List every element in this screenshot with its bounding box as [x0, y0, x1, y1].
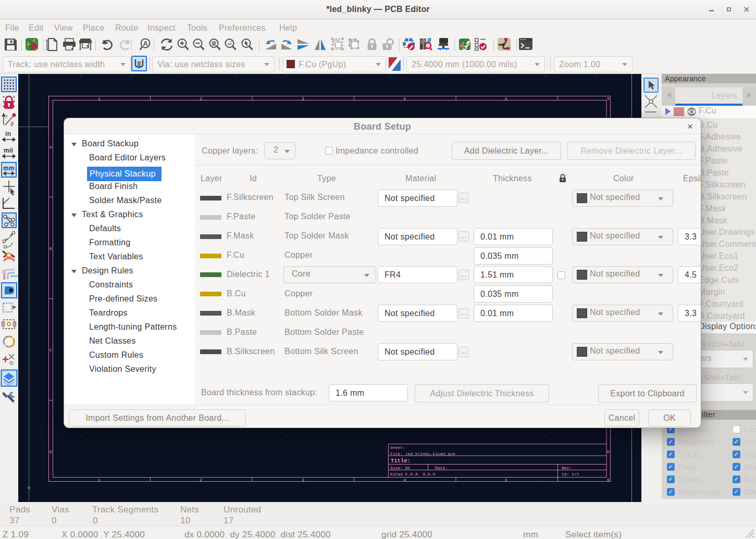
svg-text:θ: θ [10, 121, 14, 127]
svg-text:5: 5 [505, 478, 507, 482]
svg-text:D: D [607, 449, 610, 454]
svg-text:Date:: Date: [435, 466, 448, 470]
svg-text:in: in [5, 130, 11, 137]
svg-text:2: 2 [200, 478, 202, 482]
svg-text:C: C [49, 348, 52, 353]
svg-text:KiCad E.D.A. 8.0.0: KiCad E.D.A. 8.0.0 [390, 472, 436, 477]
svg-text:6: 6 [607, 96, 610, 101]
svg-text:D: D [49, 449, 52, 454]
svg-text:Title:: Title: [391, 458, 411, 464]
svg-text:mil: mil [4, 147, 13, 154]
svg-text:Sheet:: Sheet: [390, 446, 405, 450]
svg-text:1: 1 [98, 478, 101, 482]
svg-text:4: 4 [403, 478, 406, 482]
svg-text:Id: 1/1: Id: 1/1 [562, 472, 579, 477]
svg-text:Rev:: Rev: [562, 466, 572, 470]
svg-text:3: 3 [302, 96, 304, 101]
svg-text:File: led_blinky.kicad_pcb: File: led_blinky.kicad_pcb [390, 452, 455, 456]
svg-text:B: B [49, 246, 52, 251]
svg-text:1: 1 [98, 96, 101, 101]
svg-text:4: 4 [403, 96, 406, 101]
svg-text:6: 6 [607, 478, 610, 482]
svg-text:5: 5 [505, 96, 507, 101]
svg-text:A: A [143, 40, 148, 47]
svg-text:Size: A4: Size: A4 [390, 466, 411, 470]
svg-text:r: r [6, 114, 8, 119]
svg-text:A: A [49, 145, 52, 149]
svg-text:2: 2 [200, 96, 202, 101]
svg-text:3: 3 [302, 478, 304, 482]
svg-text:mm: mm [3, 165, 15, 172]
